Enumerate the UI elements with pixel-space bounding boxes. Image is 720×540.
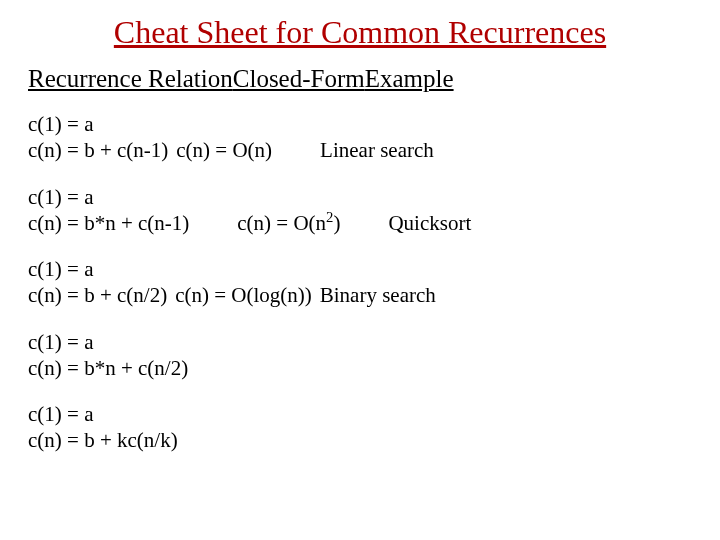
recurrence: c(n) = b*n + c(n/2): [28, 355, 692, 381]
recurrence: c(n) = b + c(n/2): [28, 283, 167, 307]
slide-title: Cheat Sheet for Common Recurrences: [28, 14, 692, 51]
header-closed-form: Closed-Form: [233, 65, 365, 92]
slide: Cheat Sheet for Common Recurrences Recur…: [0, 0, 720, 540]
entry-row: c(1) = a c(n) = b*n + c(n-1)c(n) = O(n2)…: [28, 184, 692, 237]
entry-row: c(1) = a c(n) = b + c(n/2)c(n) = O(log(n…: [28, 256, 692, 309]
base-case: c(1) = a: [28, 184, 692, 210]
entry-row: c(1) = a c(n) = b + kc(n/k): [28, 401, 692, 454]
recurrence: c(n) = b + c(n-1): [28, 138, 168, 162]
base-case: c(1) = a: [28, 111, 692, 137]
base-case: c(1) = a: [28, 329, 692, 355]
closed-form: c(n) = O(log(n)): [175, 283, 312, 307]
recurrence: c(n) = b + kc(n/k): [28, 427, 692, 453]
base-case: c(1) = a: [28, 256, 692, 282]
header-recurrence: Recurrence Relation: [28, 65, 233, 92]
recurrence: c(n) = b*n + c(n-1): [28, 211, 189, 235]
closed-form: c(n) = O(n2): [237, 211, 340, 235]
base-case: c(1) = a: [28, 401, 692, 427]
example: Quicksort: [388, 211, 471, 235]
example: Linear search: [320, 138, 434, 162]
example: Binary search: [320, 283, 436, 307]
closed-form: c(n) = O(n): [176, 138, 272, 162]
entry-row: c(1) = a c(n) = b + c(n-1)c(n) = O(n)Lin…: [28, 111, 692, 164]
header-example: Example: [365, 65, 454, 92]
entry-row: c(1) = a c(n) = b*n + c(n/2): [28, 329, 692, 382]
column-headers: Recurrence RelationClosed-FormExample: [28, 65, 692, 93]
